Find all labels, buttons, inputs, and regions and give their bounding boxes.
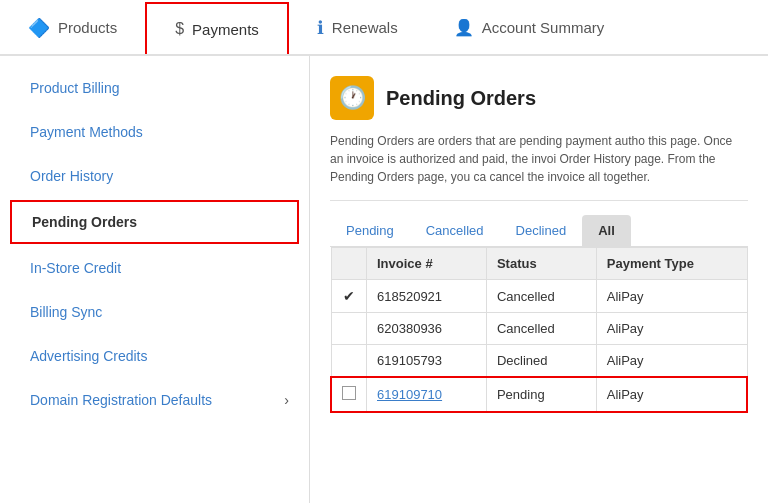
filter-tab-cancelled[interactable]: Cancelled	[410, 215, 500, 246]
content-description: Pending Orders are orders that are pendi…	[330, 132, 748, 201]
table-row: 620380936 Cancelled AliPay	[331, 313, 747, 345]
row1-invoice: 618520921	[367, 280, 487, 313]
table-header-invoice: Invoice #	[367, 248, 487, 280]
sidebar-item-payment-methods-label: Payment Methods	[30, 124, 143, 140]
row3-invoice: 619105793	[367, 345, 487, 378]
tab-renewals[interactable]: ℹ Renewals	[289, 2, 426, 56]
table-header-check	[331, 248, 367, 280]
row2-check	[331, 313, 367, 345]
content-title: Pending Orders	[386, 87, 536, 110]
tab-payments[interactable]: $ Payments	[145, 2, 289, 54]
content-area: 🕐 Pending Orders Pending Orders are orde…	[310, 56, 768, 503]
row4-status: Pending	[486, 377, 596, 412]
tab-account-summary-label: Account Summary	[482, 19, 605, 36]
products-icon: 🔷	[28, 17, 50, 39]
checkmark-icon: ✔	[343, 288, 355, 304]
row2-payment: AliPay	[596, 313, 747, 345]
row4-payment: AliPay	[596, 377, 747, 412]
tab-products[interactable]: 🔷 Products	[0, 2, 145, 56]
sidebar-item-pending-orders[interactable]: Pending Orders	[10, 200, 299, 244]
sidebar-item-payment-methods[interactable]: Payment Methods	[0, 110, 309, 154]
sidebar-item-domain-reg-label: Domain Registration Defaults	[30, 392, 212, 408]
tab-payments-label: Payments	[192, 21, 259, 38]
sidebar-item-order-history[interactable]: Order History	[0, 154, 309, 198]
main-layout: Product Billing Payment Methods Order Hi…	[0, 56, 768, 503]
checkbox-icon[interactable]	[342, 386, 356, 400]
row1-payment: AliPay	[596, 280, 747, 313]
row4-invoice[interactable]: 619109710	[367, 377, 487, 412]
filter-tab-all[interactable]: All	[582, 215, 631, 246]
sidebar-item-advertising-credits-label: Advertising Credits	[30, 348, 148, 364]
table-header-status: Status	[486, 248, 596, 280]
sidebar-item-order-history-label: Order History	[30, 168, 113, 184]
renewals-icon: ℹ	[317, 17, 324, 39]
row4-check[interactable]	[331, 377, 367, 412]
row1-status: Cancelled	[486, 280, 596, 313]
sidebar-item-pending-orders-label: Pending Orders	[32, 214, 137, 230]
payments-icon: $	[175, 20, 184, 38]
row3-check	[331, 345, 367, 378]
sidebar-item-domain-registration-defaults[interactable]: Domain Registration Defaults ›	[0, 378, 309, 422]
top-navigation: 🔷 Products $ Payments ℹ Renewals 👤 Accou…	[0, 0, 768, 56]
filter-tab-declined[interactable]: Declined	[500, 215, 583, 246]
tab-renewals-label: Renewals	[332, 19, 398, 36]
table-row-pending-highlighted: 619109710 Pending AliPay	[331, 377, 747, 412]
sidebar: Product Billing Payment Methods Order Hi…	[0, 56, 310, 503]
sidebar-item-in-store-credit-label: In-Store Credit	[30, 260, 121, 276]
filter-tab-pending[interactable]: Pending	[330, 215, 410, 246]
orders-table: Invoice # Status Payment Type ✔ 61852092…	[330, 247, 748, 413]
sidebar-item-advertising-credits[interactable]: Advertising Credits	[0, 334, 309, 378]
sidebar-item-in-store-credit[interactable]: In-Store Credit	[0, 246, 309, 290]
table-row: ✔ 618520921 Cancelled AliPay	[331, 280, 747, 313]
row2-invoice: 620380936	[367, 313, 487, 345]
table-row: 619105793 Declined AliPay	[331, 345, 747, 378]
account-icon: 👤	[454, 18, 474, 37]
row2-status: Cancelled	[486, 313, 596, 345]
sidebar-item-billing-sync-label: Billing Sync	[30, 304, 102, 320]
row3-status: Declined	[486, 345, 596, 378]
chevron-right-icon: ›	[284, 392, 289, 408]
invoice-link[interactable]: 619109710	[377, 387, 442, 402]
tab-account-summary[interactable]: 👤 Account Summary	[426, 2, 633, 56]
sidebar-item-product-billing-label: Product Billing	[30, 80, 120, 96]
content-header: 🕐 Pending Orders	[330, 76, 748, 120]
row3-payment: AliPay	[596, 345, 747, 378]
row1-check: ✔	[331, 280, 367, 313]
tab-products-label: Products	[58, 19, 117, 36]
pending-orders-icon: 🕐	[330, 76, 374, 120]
filter-tabs: Pending Cancelled Declined All	[330, 215, 748, 247]
sidebar-item-product-billing[interactable]: Product Billing	[0, 66, 309, 110]
table-header-payment-type: Payment Type	[596, 248, 747, 280]
sidebar-item-billing-sync[interactable]: Billing Sync	[0, 290, 309, 334]
